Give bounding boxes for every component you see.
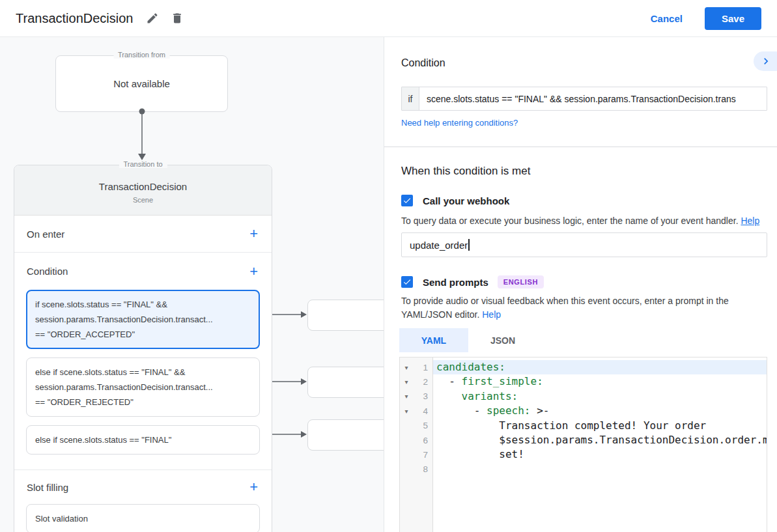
code-text[interactable]: - speech: >-	[433, 404, 767, 418]
on-enter-section: On enter +	[14, 216, 272, 253]
webhook-handler-input[interactable]: update_order	[401, 232, 767, 257]
condition-card-1[interactable]: if scene.slots.status == "FINAL" && sess…	[26, 290, 260, 349]
code-line-5: 5 Transaction completed! Your order	[400, 419, 767, 433]
condition-section-label: Condition	[27, 266, 68, 277]
tab-yaml[interactable]: YAML	[399, 328, 468, 352]
yaml-key: speech:	[487, 404, 530, 417]
condition-1-line-3: == "ORDER_ACCEPTED"	[35, 327, 251, 342]
cancel-button[interactable]: Cancel	[651, 13, 683, 24]
code-line-2: ▾ 2 - first_simple:	[400, 374, 767, 389]
code-text[interactable]: $session.params.TransactionDecision.orde…	[433, 433, 767, 447]
slot-filling-section: Slot filling + Slot validation	[14, 470, 272, 532]
yaml-plain: -	[436, 404, 487, 417]
code-text[interactable]: variants:	[433, 389, 767, 404]
condition-2-line-1: else if scene.slots.status == "FINAL" &&	[35, 365, 251, 380]
add-condition-button[interactable]: +	[248, 264, 259, 279]
code-line-4: ▾ 4 - speech: >-	[400, 404, 767, 418]
scene-node-header[interactable]: TransactionDecision Scene	[14, 165, 272, 216]
top-bar: TransactionDecision Cancel Save	[0, 0, 777, 37]
line-number: 4	[413, 406, 433, 416]
when-condition-met-title: When this condition is met	[401, 165, 530, 178]
edit-title-button[interactable]	[143, 9, 162, 27]
prompts-description-text: To provide audio or visual feedback when…	[401, 296, 729, 320]
code-line-7: 7 set!	[400, 447, 767, 462]
collapse-panel-button[interactable]	[754, 51, 777, 71]
webhook-description-text: To query data or execute your business l…	[401, 216, 739, 226]
language-badge: ENGLISH	[498, 275, 544, 288]
delete-scene-button[interactable]	[168, 9, 186, 27]
condition-expression-row: if	[401, 87, 767, 111]
condition-card-3[interactable]: else if scene.slots.status == "FINAL"	[26, 425, 260, 455]
editor-tabs: YAML JSON	[399, 328, 537, 352]
add-on-enter-button[interactable]: +	[248, 227, 259, 241]
pencil-icon	[146, 12, 159, 25]
condition-3-line-1: else if scene.slots.status == "FINAL"	[35, 432, 251, 447]
transition-from-legend: Transition from	[113, 51, 170, 59]
transition-to-legend: Transition to	[119, 160, 167, 168]
add-slot-button[interactable]: +	[248, 480, 259, 494]
webhook-help-link[interactable]: Help	[741, 216, 759, 226]
code-line-1: ▾ 1 candidates:	[400, 360, 767, 374]
scene-node-subtitle: Scene	[133, 196, 153, 204]
condition-1-line-2: session.params.TransactionDecision.trans…	[35, 312, 251, 327]
code-text[interactable]	[433, 462, 767, 477]
prompts-description: To provide audio or visual feedback when…	[401, 294, 761, 322]
slot-validation-card[interactable]: Slot validation	[26, 504, 260, 532]
send-prompts-label: Send prompts	[423, 277, 488, 288]
line-number: 7	[413, 450, 433, 460]
transition-from-node[interactable]: Transition from Not available	[55, 55, 228, 112]
trash-icon	[171, 12, 184, 25]
line-number: 1	[413, 363, 433, 372]
scene-node-title: TransactionDecision	[99, 181, 187, 192]
on-enter-label: On enter	[27, 229, 64, 240]
send-prompts-row: Send prompts ENGLISH	[401, 275, 544, 288]
transition-target-node-3[interactable]	[307, 419, 384, 451]
condition-card-2[interactable]: else if scene.slots.status == "FINAL" &&…	[26, 357, 260, 417]
line-number: 5	[413, 421, 433, 430]
call-webhook-row: Call your webhook	[401, 195, 509, 206]
code-text[interactable]: Transaction completed! Your order	[433, 419, 767, 433]
page-title: TransactionDecision	[16, 11, 133, 26]
text-cursor	[468, 239, 470, 251]
line-number: 6	[413, 436, 433, 445]
condition-2-line-2: session.params.TransactionDecision.trans…	[35, 380, 251, 395]
prompts-help-link[interactable]: Help	[482, 309, 501, 320]
fold-toggle-icon[interactable]: ▾	[400, 364, 413, 371]
condition-expression-input[interactable]	[419, 87, 767, 110]
condition-2-line-3: == "ORDER_REJECTED"	[35, 395, 251, 410]
code-text[interactable]: set!	[433, 447, 767, 462]
checkmark-icon	[403, 196, 412, 205]
tab-json[interactable]: JSON	[468, 328, 537, 352]
condition-section: Condition + if scene.slots.status == "FI…	[14, 253, 272, 470]
code-text[interactable]: candidates:	[433, 360, 767, 374]
line-number: 2	[413, 377, 433, 387]
line-number: 8	[413, 464, 433, 474]
code-line-6: 6 $session.params.TransactionDecision.or…	[400, 433, 767, 447]
webhook-handler-value: update_order	[410, 240, 468, 251]
call-webhook-checkbox[interactable]	[401, 195, 413, 206]
condition-detail-panel: Condition if Need help entering conditio…	[384, 37, 777, 532]
transition-from-value: Not available	[113, 78, 170, 89]
condition-help-link[interactable]: Need help entering conditions?	[401, 118, 518, 128]
yaml-plain: -	[436, 375, 462, 387]
scene-flow-canvas: Transition from Not available Transition	[0, 37, 384, 532]
call-webhook-label: Call your webhook	[423, 195, 509, 206]
transition-target-node-2[interactable]	[307, 367, 384, 398]
scene-node: Transition to TransactionDecision Scene …	[14, 165, 272, 532]
fold-toggle-icon[interactable]: ▾	[400, 393, 413, 400]
yaml-plain: >-	[531, 404, 550, 417]
yaml-key: variants:	[462, 390, 518, 402]
webhook-description: To query data or execute your business l…	[401, 214, 759, 228]
condition-1-line-1: if scene.slots.status == "FINAL" &&	[35, 297, 251, 312]
transition-target-node-1[interactable]	[307, 300, 384, 331]
prompt-code-editor[interactable]: ▾ 1 candidates: ▾ 2 - first_simple: ▾ 3 …	[399, 357, 767, 532]
code-line-8: 8	[400, 462, 767, 477]
slot-filling-label: Slot filling	[27, 482, 68, 493]
panel-divider	[384, 147, 777, 147]
save-button[interactable]: Save	[705, 7, 761, 30]
fold-toggle-icon[interactable]: ▾	[400, 408, 413, 415]
code-text[interactable]: - first_simple:	[433, 374, 767, 389]
code-line-3: ▾ 3 variants:	[400, 389, 767, 404]
send-prompts-checkbox[interactable]	[401, 276, 413, 288]
fold-toggle-icon[interactable]: ▾	[400, 378, 413, 385]
